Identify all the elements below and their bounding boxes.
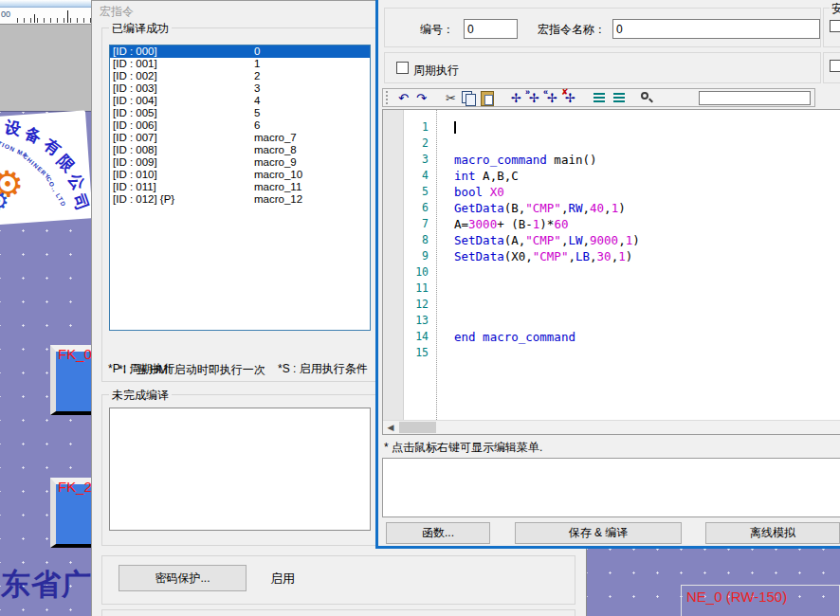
macro-list-item[interactable]: [ID : 009]macro_9	[110, 156, 370, 169]
security-checkbox-1[interactable]	[830, 20, 840, 32]
gutter-separator	[436, 110, 437, 420]
password-protect-button[interactable]: 密码保护...	[119, 565, 247, 591]
horizontal-ruler: 00	[0, 8, 91, 25]
macro-list-item[interactable]: [ID : 003]3	[110, 82, 370, 95]
macro-list-item[interactable]: [ID : 006]6	[110, 119, 370, 132]
password-group: 密码保护... 启用	[101, 555, 575, 605]
macro-id-input[interactable]	[464, 19, 518, 39]
editor-toolbar: ↶ ↷ ✂ ✢ ✢» ✢« ✢✘	[382, 88, 815, 107]
line-number: 10	[404, 264, 429, 281]
bookmark-toggle-icon[interactable]: ✢	[507, 90, 525, 105]
macro-list-item[interactable]: [ID : 001]1	[110, 58, 370, 70]
undo-icon[interactable]: ↶	[394, 90, 412, 105]
code-line[interactable]	[454, 345, 840, 361]
bottom-group-cutoff	[101, 609, 575, 616]
copy-icon[interactable]	[460, 90, 478, 105]
ne0-label: NE_0 (RW-150)	[686, 589, 787, 605]
macro-list-item[interactable]: [ID : 004]4	[110, 95, 370, 107]
code-line[interactable]	[454, 264, 840, 281]
offline-simulation-button[interactable]: 离线模拟	[705, 522, 840, 544]
indent-icon[interactable]	[591, 90, 609, 105]
functions-button[interactable]: 函数...	[386, 522, 490, 544]
ruler-tick-major	[67, 10, 68, 23]
note-periodic: *P : 周期执行	[108, 361, 174, 377]
code-line[interactable]: A=3000+ (B-1)*60	[454, 216, 840, 232]
code-line[interactable]: end macro_command	[454, 329, 840, 345]
line-number: 12	[404, 297, 429, 313]
workspace-gray-area	[0, 25, 91, 111]
security-group-2	[823, 52, 840, 83]
macro-name-label: 宏指令名称：	[538, 22, 606, 38]
scroll-left-arrow-icon[interactable]: ◀	[383, 421, 398, 434]
code-line[interactable]	[454, 297, 840, 313]
macro-list-item[interactable]: [ID : 010]macro_10	[110, 169, 370, 181]
macro-list-item[interactable]: [ID : 011]macro_11	[110, 181, 370, 193]
macro-list-item[interactable]: [ID : 002]2	[110, 70, 370, 82]
compiled-macro-list[interactable]: [ID : 000]0[ID : 001]1[ID : 002]2[ID : 0…	[109, 45, 371, 331]
logo-char-2: 备	[22, 122, 46, 149]
code-line[interactable]	[454, 136, 840, 152]
security-group-label: 安	[830, 1, 840, 17]
security-group-1: 安	[823, 8, 840, 47]
bookmark-clear-all-icon[interactable]: ✢✘	[561, 90, 579, 105]
ne0-numeric-widget[interactable]: NE_0 (RW-150)	[681, 585, 840, 616]
line-number: 13	[404, 313, 429, 329]
ruler-tick-mid	[34, 14, 35, 23]
save-compile-button[interactable]: 保存 & 编译	[515, 522, 682, 544]
scrollbar-thumb[interactable]	[399, 422, 436, 433]
code-line[interactable]: GetData(B,"CMP",RW,40,1)	[454, 200, 840, 216]
code-line[interactable]	[454, 281, 840, 297]
code-line[interactable]	[454, 119, 840, 136]
text-cursor	[454, 121, 456, 134]
line-number: 7	[404, 216, 429, 232]
code-line[interactable]: bool X0	[454, 184, 840, 200]
compiled-group-label: 已编译成功	[109, 21, 172, 37]
editor-margin-strip	[383, 110, 404, 420]
macro-list-item[interactable]: [ID : 005]5	[110, 107, 370, 119]
dialog-title: 宏指令	[100, 4, 134, 20]
line-number: 11	[404, 281, 429, 297]
fk2-function-key-widget[interactable]: FK_2	[50, 478, 94, 548]
fk0-function-key-widget[interactable]: FK_0	[50, 345, 94, 415]
code-line[interactable]	[454, 313, 840, 329]
security-checkbox-2[interactable]	[830, 60, 840, 72]
logo-char-1: 设	[3, 116, 23, 140]
line-number: 4	[404, 168, 429, 184]
code-line[interactable]: macro_command main()	[454, 152, 840, 168]
periodic-checkbox[interactable]	[396, 62, 409, 74]
toolbar-search-combobox[interactable]	[699, 91, 811, 105]
outdent-icon[interactable]	[609, 90, 627, 105]
ruler-ticks	[11, 18, 91, 23]
company-logo[interactable]: 设 备 有 限 公 司 TION MA CHINERY CO., LTD ⚙ ⚙	[0, 110, 93, 225]
main-window-titlebar-strip	[0, 0, 91, 8]
screen: 00 设 备 有 限 公 司 TION MA CHINERY CO., LTD …	[0, 0, 840, 616]
code-lines[interactable]: macro_command main()int A,B,Cbool X0GetD…	[454, 119, 840, 361]
line-number: 6	[404, 200, 429, 216]
find-replace-icon[interactable]	[638, 90, 656, 105]
fk2-label: FK_2	[58, 479, 92, 495]
redo-icon[interactable]: ↷	[412, 90, 430, 105]
line-number: 1	[404, 119, 429, 136]
bookmark-previous-icon[interactable]: ✢«	[543, 90, 561, 105]
macro-list-item[interactable]: [ID : 000]0	[110, 45, 370, 58]
macro-code-editor[interactable]: 123456789101112131415 macro_command main…	[382, 109, 840, 435]
macro-list-item[interactable]: [ID : 008]macro_8	[110, 144, 370, 156]
password-status-label: 启用	[270, 571, 295, 588]
line-number: 5	[404, 184, 429, 200]
code-line[interactable]: SetData(X0,"CMP",LB,30,1)	[454, 248, 840, 264]
line-number-gutter: 123456789101112131415	[404, 119, 429, 361]
uncompiled-macro-list[interactable]	[109, 408, 371, 531]
line-number: 14	[404, 329, 429, 345]
toolbar-grip[interactable]	[386, 91, 391, 104]
macro-name-input[interactable]	[612, 19, 820, 39]
paste-icon[interactable]	[478, 90, 496, 105]
logo-char-6: 司	[67, 191, 92, 214]
cut-icon[interactable]: ✂	[442, 90, 460, 105]
macro-list-item[interactable]: [ID : 007]macro_7	[110, 132, 370, 144]
code-line[interactable]: SetData(A,"CMP",LW,9000,1)	[454, 232, 840, 248]
macro-list-item[interactable]: [ID : 012] {P}macro_12	[110, 193, 370, 206]
bookmark-next-icon[interactable]: ✢»	[525, 90, 543, 105]
editor-horizontal-scrollbar[interactable]: ◀	[383, 420, 840, 434]
macro-id-label: 编号：	[420, 22, 454, 38]
code-line[interactable]: int A,B,C	[454, 168, 840, 184]
